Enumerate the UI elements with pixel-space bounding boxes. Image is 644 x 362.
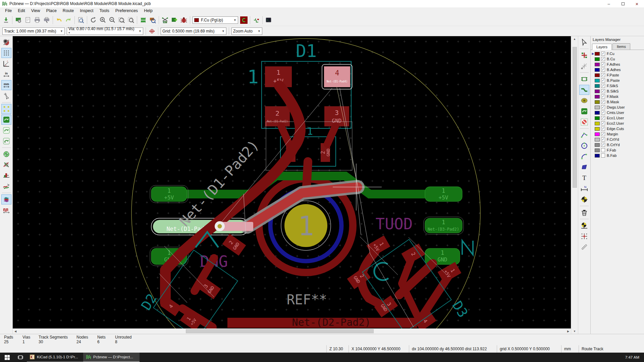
page-settings-button[interactable] xyxy=(23,15,33,25)
save-button[interactable] xyxy=(1,15,11,25)
zoom-in-button[interactable] xyxy=(98,15,107,25)
horizontal-scroll-thumb[interactable] xyxy=(186,329,374,333)
auto-track-width-button[interactable] xyxy=(147,26,157,36)
layer-row-bcu[interactable]: ✓B.Cu xyxy=(591,56,644,62)
taskbar-app-kicad[interactable]: KiCad (5.1.10)-1 D:\Pr... xyxy=(27,353,83,362)
layer-row-bsilks[interactable]: ✓B.SilkS xyxy=(591,88,644,94)
layer-visibility-checkbox[interactable]: ✓ xyxy=(601,57,605,61)
layer-row-fpaste[interactable]: ✓F.Paste xyxy=(591,72,644,78)
menu-preferences[interactable]: Preferences xyxy=(112,8,141,14)
add-target-tool-button[interactable] xyxy=(579,194,589,204)
vertical-scrollbar[interactable]: ▲ ▼ xyxy=(571,36,578,334)
update-pcb-from-schematic-button[interactable] xyxy=(170,15,179,25)
redo-button[interactable] xyxy=(64,15,73,25)
microwave-tools-button[interactable] xyxy=(252,15,261,25)
zones-filled-button[interactable] xyxy=(1,115,11,125)
zoom-fit-button[interactable] xyxy=(117,15,126,25)
layer-row-bfab[interactable]: B.Fab xyxy=(591,153,644,158)
footprint-viewer-button[interactable] xyxy=(148,15,157,25)
maximize-button[interactable] xyxy=(616,0,630,7)
track-width-dropdown[interactable]: Track: 1.000 mm (39.37 mils) ▼ xyxy=(2,27,65,35)
layer-visibility-checkbox[interactable]: ✓ xyxy=(601,105,605,109)
layer-visibility-checkbox[interactable]: ✓ xyxy=(601,95,605,99)
toggle-drc-button[interactable] xyxy=(1,37,11,47)
high-contrast-mode-button[interactable] xyxy=(1,205,11,215)
layer-visibility-checkbox[interactable]: ✓ xyxy=(601,111,605,115)
layer-visibility-checkbox[interactable]: ✓ xyxy=(601,100,605,104)
layer-row-fcrtyd[interactable]: ✓F.CrtYd xyxy=(591,137,644,142)
route-tracks-tool-button[interactable] xyxy=(579,85,589,95)
start-button[interactable] xyxy=(0,353,14,362)
pad-display-mode-button[interactable] xyxy=(1,160,11,170)
zoom-selection-button[interactable] xyxy=(126,15,136,25)
via-size-dropdown[interactable]: Via: 0.80 / 0.40 mm (31.5 / 15.7 mils) *… xyxy=(67,27,143,35)
plot-button[interactable] xyxy=(42,15,51,25)
layer-row-badhes[interactable]: ✓B.Adhes xyxy=(591,67,644,72)
horizontal-scrollbar[interactable]: ◀ ▶ xyxy=(13,328,571,334)
scroll-left-icon[interactable]: ◀ xyxy=(13,328,18,334)
via-display-mode-button[interactable] xyxy=(1,171,11,181)
menu-edit[interactable]: Edit xyxy=(15,8,28,14)
zones-unfilled-button[interactable] xyxy=(1,125,11,135)
menu-place[interactable]: Place xyxy=(43,8,60,14)
menu-help[interactable]: Help xyxy=(141,8,156,14)
minimize-button[interactable]: – xyxy=(602,0,616,7)
layer-row-bcrtyd[interactable]: ✓B.CrtYd xyxy=(591,142,644,147)
layer-row-fadhes[interactable]: ✓F.Adhes xyxy=(591,62,644,67)
menu-file[interactable]: File xyxy=(2,8,15,14)
units-inches-button[interactable]: in xyxy=(1,69,11,79)
read-netlist-button[interactable]: NET xyxy=(160,15,170,25)
undo-button[interactable] xyxy=(54,15,64,25)
pad-right-net-d3[interactable]: 1 Net-(D3-Pad2) xyxy=(424,217,464,234)
highlight-net-tool-button[interactable] xyxy=(579,50,589,60)
measure-tool-button[interactable] xyxy=(579,242,589,252)
taskbar-app-pcbnew[interactable]: Pcbnew — D:\Project... xyxy=(83,353,140,362)
add-dimension-tool-button[interactable]: N xyxy=(579,184,589,194)
add-keepout-tool-button[interactable] xyxy=(579,117,589,127)
add-arc-tool-button[interactable] xyxy=(579,152,589,162)
toggle-grid-button[interactable] xyxy=(1,48,11,58)
print-button[interactable] xyxy=(33,15,42,25)
vertical-scroll-thumb[interactable] xyxy=(573,47,577,188)
layer-row-fsilks[interactable]: ✓F.SilkS xyxy=(591,83,644,88)
layer-visibility-checkbox[interactable]: ✓ xyxy=(601,84,605,88)
drc-button[interactable] xyxy=(179,15,189,25)
layer-visibility-checkbox[interactable]: ✓ xyxy=(601,137,605,141)
scroll-up-icon[interactable]: ▲ xyxy=(572,36,577,42)
track-display-mode-button[interactable] xyxy=(1,181,11,191)
layer-select-dropdown[interactable]: F.Cu (PgUp) ▼ xyxy=(193,16,238,24)
layer-visibility-checkbox[interactable]: ✓ xyxy=(601,73,605,77)
menu-view[interactable]: View xyxy=(28,8,43,14)
local-ratsnest-tool-button[interactable] xyxy=(579,61,589,71)
layer-visibility-checkbox[interactable]: ✓ xyxy=(601,143,605,147)
layer-row-ffab[interactable]: F.Fab xyxy=(591,147,644,153)
menu-inspect[interactable]: Inspect xyxy=(77,8,96,14)
pad-right-5v[interactable]: 1 +5V xyxy=(425,187,462,201)
add-footprint-tool-button[interactable] xyxy=(579,74,589,84)
layer-visibility-checkbox[interactable] xyxy=(601,148,605,152)
menu-route[interactable]: Route xyxy=(60,8,77,14)
zone-display-mode-button[interactable] xyxy=(1,149,11,159)
add-via-tool-button[interactable] xyxy=(579,96,589,106)
zones-outline-button[interactable] xyxy=(1,136,11,146)
layer-visibility-checkbox[interactable]: ✓ xyxy=(601,132,605,136)
layer-visibility-checkbox[interactable]: ✓ xyxy=(601,121,605,125)
layer-visibility-checkbox[interactable]: ✓ xyxy=(601,116,605,120)
cursor-shape-button[interactable] xyxy=(1,91,11,101)
task-view-button[interactable] xyxy=(14,353,27,362)
layer-visibility-checkbox[interactable] xyxy=(601,154,605,158)
scroll-down-icon[interactable]: ▼ xyxy=(572,328,577,334)
layer-row-fmask[interactable]: ✓F.Mask xyxy=(591,94,644,99)
layer-row-eco1user[interactable]: ✓Eco1.User xyxy=(591,115,644,121)
add-zone-tool-button[interactable] xyxy=(579,106,589,116)
add-line-tool-button[interactable] xyxy=(579,130,589,140)
layer-row-edgecuts[interactable]: ✓Edge.Cuts xyxy=(591,126,644,131)
layer-visibility-checkbox[interactable]: ✓ xyxy=(601,62,605,66)
grid-origin-tool-button[interactable] xyxy=(579,231,589,241)
add-text-tool-button[interactable]: T xyxy=(579,173,589,183)
units-mm-button[interactable]: mm xyxy=(1,80,11,90)
layer-visibility-checkbox[interactable]: ✓ xyxy=(601,52,605,56)
grid-size-dropdown[interactable]: Grid: 0.5000 mm (19.69 mils) ▼ xyxy=(161,27,226,35)
layer-row-eco2user[interactable]: ✓Eco2.User xyxy=(591,121,644,126)
close-button[interactable]: × xyxy=(630,0,644,7)
